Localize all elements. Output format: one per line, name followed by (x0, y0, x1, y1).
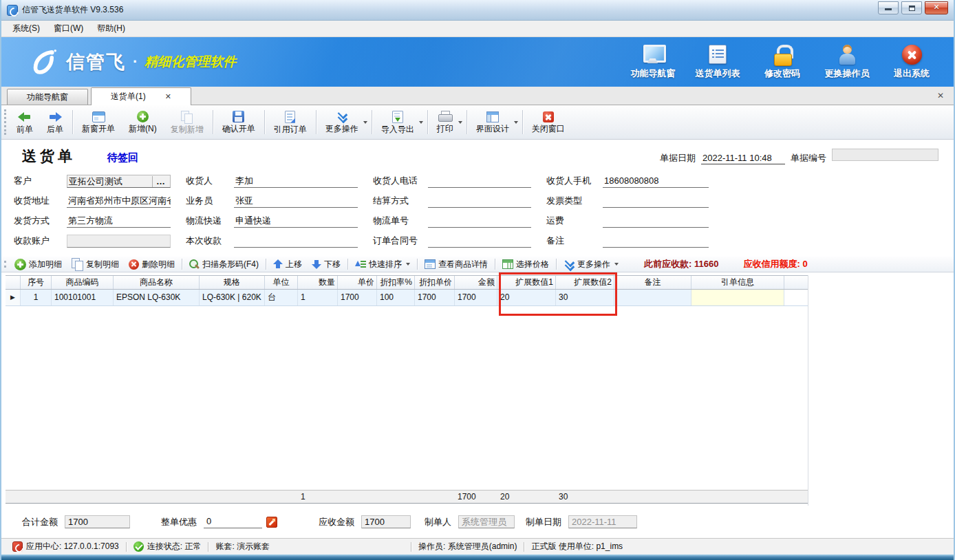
toolbar-button-next-order[interactable]: 后单 (40, 107, 70, 138)
grid-col-product-code[interactable]: 商品编码 (52, 276, 114, 289)
grid-col-discount-rate[interactable]: 折扣率% (377, 276, 415, 289)
cell-price[interactable]: 1700 (338, 290, 377, 305)
toolbar-button-reference-order[interactable]: 引用订单 (267, 107, 314, 138)
form-cell-customer: 客户亚拓公司测试… (14, 174, 186, 188)
field-freight[interactable] (603, 215, 709, 228)
field-consignee-mobile[interactable]: 18608080808 (603, 175, 709, 188)
minimize-button[interactable] (878, 1, 899, 14)
row-indicator: ▶ (6, 290, 21, 305)
grid-data-row[interactable]: ▶1100101001EPSON LQ-630KLQ-630K | 620K台1… (6, 290, 808, 306)
grid-col-ref-info[interactable]: 引单信息 (691, 276, 784, 289)
cell-product-name[interactable]: EPSON LQ-630K (114, 290, 200, 305)
banner-action-delivery-order-list[interactable]: 送货单列表 (691, 44, 744, 80)
cell-unit[interactable]: 台 (265, 290, 298, 305)
grid-col-amount[interactable]: 金额 (455, 276, 497, 289)
dropdown-caret-icon[interactable] (458, 121, 462, 126)
detail-button-move-down[interactable]: 下移 (307, 259, 345, 270)
field-current-receipt[interactable] (234, 235, 358, 248)
dropdown-caret-icon[interactable] (614, 263, 619, 268)
cell-amount[interactable]: 1700 (455, 290, 497, 305)
field-consignee[interactable]: 李加 (234, 175, 358, 188)
menu-item-window[interactable]: 窗口(W) (47, 21, 90, 36)
toolbar-button-close-tab-window[interactable]: 关闭窗口 (525, 107, 572, 138)
cell-discount-price[interactable]: 1700 (415, 290, 455, 305)
dropdown-caret-icon[interactable] (514, 121, 518, 126)
detail-button-delete-line[interactable]: 删除明细 (124, 259, 180, 270)
doc-date-field[interactable]: 2022-11-11 10:48 (701, 153, 785, 164)
field-salesman[interactable]: 张亚 (234, 195, 358, 208)
field-remark[interactable] (603, 235, 709, 248)
grid-col-discount-price[interactable]: 折扣单价 (415, 276, 455, 289)
form-cell-salesman: 业务员张亚 (186, 194, 373, 208)
cell-ref-info[interactable] (691, 290, 784, 305)
banner-action-change-password[interactable]: 修改密码 (755, 45, 809, 80)
toolbar-button-confirm-order[interactable]: 确认开单 (215, 107, 262, 138)
banner-action-nav-window[interactable]: 功能导航窗 (626, 44, 680, 80)
doc-meta: 单据日期 2022-11-11 10:48 单据编号 (660, 149, 938, 164)
banner-action-exit-system[interactable]: 退出系统 (885, 45, 938, 80)
toolbar-button-import-export[interactable]: 导入导出 (374, 107, 425, 138)
toolbar-button-prev-order[interactable]: 前单 (10, 107, 40, 138)
close-button[interactable]: ✕ (925, 1, 948, 14)
field-logistics-no[interactable] (428, 215, 531, 228)
menu-item-system[interactable]: 系统(S) (6, 21, 47, 36)
dropdown-caret-icon[interactable] (419, 121, 423, 126)
sort-icon (355, 259, 366, 269)
menu-item-help[interactable]: 帮助(H) (90, 21, 132, 36)
cell-seq[interactable]: 1 (21, 290, 52, 305)
detail-button-view-product-detail[interactable]: 查看商品详情 (420, 259, 493, 270)
field-customer[interactable]: 亚拓公司测试… (67, 175, 171, 188)
toolbar-button-ui-design[interactable]: 界面设计 (469, 107, 520, 138)
footer-field-order-discount[interactable]: 0 (204, 515, 262, 528)
toolbar-button-add-new[interactable]: 新增(N) (122, 107, 164, 138)
dropdown-caret-icon[interactable] (363, 121, 367, 126)
detail-button-scan-barcode[interactable]: 扫描条形码(F4) (184, 259, 264, 270)
summary-product-code (52, 491, 114, 503)
cell-discount-rate[interactable]: 100 (377, 290, 415, 305)
dropdown-caret-icon[interactable] (406, 263, 410, 268)
cell-spec[interactable]: LQ-630K | 620K (200, 290, 265, 305)
field-invoice-type[interactable] (603, 195, 709, 208)
detail-button-copy-line[interactable]: 复制明细 (67, 258, 124, 270)
grid-col-spec[interactable]: 规格 (200, 276, 265, 289)
cell-qty[interactable]: 1 (298, 290, 338, 305)
tabstrip-close-icon[interactable]: ✕ (933, 89, 948, 102)
grid-col-unit[interactable]: 单位 (265, 276, 298, 289)
grid-col-ext-value1[interactable]: 扩展数值1 (497, 276, 556, 289)
banner-action-switch-operator[interactable]: 更换操作员 (820, 45, 874, 80)
field-shipping-method[interactable]: 第三方物流 (67, 215, 171, 228)
tab-close-icon[interactable]: ✕ (165, 92, 171, 101)
maximize-button[interactable] (901, 1, 922, 14)
detail-button-select-price[interactable]: 选择价格 (497, 259, 554, 270)
grid-col-ext-value2[interactable]: 扩展数值2 (556, 276, 614, 289)
detail-button-quick-sort[interactable]: 快速排序 (350, 259, 415, 270)
discount-edit-icon[interactable] (266, 517, 277, 528)
detail-button-more-line-actions[interactable]: 更多操作 (559, 259, 623, 270)
toolbar-separator (522, 110, 523, 134)
cell-ext-value1[interactable]: 20 (497, 290, 556, 305)
cell-remark[interactable] (614, 290, 691, 305)
lookup-button[interactable]: … (152, 176, 169, 187)
field-order-contract-no[interactable] (428, 235, 531, 248)
detail-button-add-line[interactable]: 添加明细 (10, 259, 67, 270)
cell-ext-value2[interactable]: 30 (556, 290, 614, 305)
tab-nav-window[interactable]: 功能导航窗 (7, 89, 88, 105)
grid-col-qty[interactable]: 数量 (298, 276, 338, 289)
field-consignee-phone[interactable] (428, 175, 531, 188)
field-logistics-express[interactable]: 申通快递 (234, 215, 358, 228)
grid-col-remark[interactable]: 备注 (614, 276, 691, 289)
detail-button-move-up[interactable]: 上移 (268, 259, 307, 270)
toolbar-button-more-actions[interactable]: 更多操作 (319, 107, 369, 138)
toolbar-button-print[interactable]: 打印 (430, 107, 464, 138)
cell-product-code[interactable]: 100101001 (52, 290, 114, 305)
tab-delivery-order[interactable]: 送货单(1)✕ (91, 87, 191, 105)
field-receiving-account[interactable] (67, 235, 171, 248)
grid-col-price[interactable]: 单价 (338, 276, 377, 289)
grid-col-product-name[interactable]: 商品名称 (114, 276, 200, 289)
grid-col-seq[interactable]: 序号 (21, 276, 52, 289)
field-settlement-method[interactable] (428, 195, 531, 208)
field-delivery-address[interactable]: 河南省郑州市中原区河南省 (67, 195, 171, 208)
monitor-icon (643, 44, 663, 65)
doc-date-label: 单据日期 (660, 152, 696, 164)
toolbar-button-new-window-order[interactable]: 新窗开单 (75, 107, 122, 138)
